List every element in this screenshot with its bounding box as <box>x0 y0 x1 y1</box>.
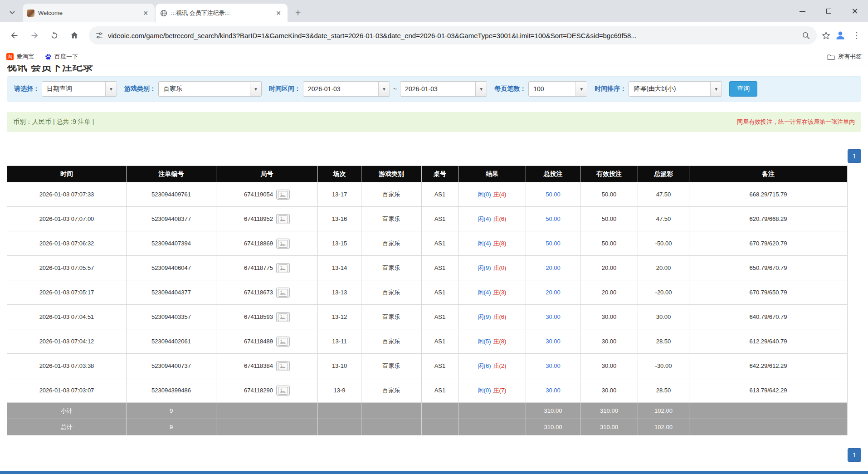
cell-result: 闲(9)庄(0) <box>458 256 526 280</box>
page-size-input[interactable] <box>529 85 575 93</box>
cell-table: AS1 <box>422 280 458 305</box>
game-type-select[interactable]: ▾ <box>158 81 262 97</box>
round-number: 674118869 <box>244 240 273 247</box>
forward-button[interactable] <box>26 27 43 44</box>
sort-input[interactable] <box>629 85 710 93</box>
round-video-icon[interactable] <box>276 312 290 322</box>
total-bet-link[interactable]: 50.00 <box>546 215 561 222</box>
cell-note: 668.29/715.79 <box>689 182 848 207</box>
browser-menu-button[interactable]: ⋮ <box>850 30 863 40</box>
cell-payout: 30.00 <box>638 305 689 329</box>
total-bet-link[interactable]: 30.00 <box>546 338 561 345</box>
all-bookmarks-button[interactable]: 所有书签 <box>827 53 862 61</box>
tab-welcome[interactable]: Welcome ✕ <box>23 4 155 22</box>
chevron-down-icon[interactable]: ▾ <box>475 82 487 96</box>
result-banker: 庄(0) <box>493 264 507 271</box>
round-video-icon[interactable] <box>276 239 290 249</box>
url-bar[interactable]: videoie.com/game/betrecord_search/kind3?… <box>89 26 817 44</box>
result-banker: 庄(6) <box>493 313 507 320</box>
maximize-icon <box>826 9 831 14</box>
round-number: 674118673 <box>244 289 273 296</box>
minimize-button[interactable] <box>789 0 815 22</box>
table-row: 2026-01-03 07:05:17 523094404377 6741186… <box>7 280 848 305</box>
pagination-page-1[interactable]: 1 <box>848 149 861 163</box>
tab-close-icon[interactable]: ✕ <box>141 9 150 18</box>
subtotal-total-bet: 310.00 <box>526 403 580 419</box>
chevron-down-icon[interactable]: ▾ <box>378 82 390 96</box>
cell-game-type: 百家乐 <box>361 256 422 280</box>
home-button[interactable] <box>66 27 83 44</box>
new-tab-button[interactable]: ＋ <box>291 5 305 19</box>
tab-bet-records[interactable]: :::视讯 会员下注纪录::: ✕ <box>156 4 288 22</box>
filter-label-date-range: 时间区间： <box>269 85 301 93</box>
round-video-icon[interactable] <box>276 263 290 273</box>
cell-valid-bet: 30.00 <box>580 305 638 329</box>
chevron-down-icon[interactable]: ▾ <box>105 82 117 96</box>
reload-button[interactable] <box>46 27 63 44</box>
cell-note: 613.79/642.29 <box>689 378 848 403</box>
header-time: 时间 <box>7 166 127 182</box>
page-title: 视讯 会员下注纪录 <box>7 65 868 72</box>
page-content: 视讯 会员下注纪录 请选择： ▾ 游戏类别： ▾ 时间区间： ▾ ~ ▾ 每页笔… <box>0 65 868 462</box>
total-bet-link[interactable]: 20.00 <box>546 264 561 271</box>
cell-result: 闲(6)庄(2) <box>458 354 526 378</box>
chevron-down-icon[interactable]: ▾ <box>710 82 722 96</box>
cell-time: 2026-01-03 07:04:12 <box>7 329 127 354</box>
profile-button[interactable] <box>833 28 848 43</box>
cell-valid-bet: 20.00 <box>580 280 638 305</box>
date-start-input[interactable] <box>303 85 378 93</box>
date-end-select[interactable]: ▾ <box>400 81 487 97</box>
maximize-button[interactable] <box>815 0 842 22</box>
site-settings-tune-icon[interactable] <box>95 31 103 39</box>
round-video-icon[interactable] <box>276 288 290 298</box>
date-end-input[interactable] <box>400 85 475 93</box>
zoom-button[interactable] <box>802 31 810 40</box>
bookmark-taobao[interactable]: 淘 爱淘宝 <box>6 53 34 61</box>
cell-game-type: 百家乐 <box>361 280 422 305</box>
cell-game-type: 百家乐 <box>361 231 422 256</box>
date-start-select[interactable]: ▾ <box>303 81 390 97</box>
chevron-down-icon[interactable]: ▾ <box>250 82 261 96</box>
sort-select[interactable]: ▾ <box>629 81 722 97</box>
total-bet-link[interactable]: 50.00 <box>546 240 561 247</box>
total-bet-link[interactable]: 30.00 <box>546 387 561 394</box>
result-banker: 庄(7) <box>493 387 507 394</box>
query-type-select[interactable]: ▾ <box>42 81 117 97</box>
table-row: 2026-01-03 07:04:51 523094403357 6741185… <box>7 305 848 329</box>
bookmark-star-button[interactable] <box>821 31 831 40</box>
cell-result: 闲(0)庄(4) <box>458 182 526 207</box>
query-type-input[interactable] <box>42 85 105 93</box>
cell-round: 674118775 <box>216 256 318 280</box>
cell-total-bet: 50.00 <box>526 207 580 231</box>
result-player: 闲(4) <box>478 215 491 222</box>
cell-result: 闲(5)庄(8) <box>458 329 526 354</box>
total-bet-link[interactable]: 50.00 <box>546 191 561 198</box>
back-button[interactable] <box>6 27 23 44</box>
round-video-icon[interactable] <box>276 337 290 347</box>
cell-bet-id: 523094409761 <box>127 182 216 207</box>
tab-search-button[interactable] <box>5 5 19 19</box>
round-video-icon[interactable] <box>276 386 290 396</box>
round-video-icon[interactable] <box>276 361 290 371</box>
close-button[interactable]: ✕ <box>842 0 868 22</box>
bookmark-baidu[interactable]: 百度一下 <box>45 53 78 61</box>
chevron-down-icon[interactable]: ▾ <box>575 82 587 96</box>
total-bet-link[interactable]: 30.00 <box>546 313 561 320</box>
search-button[interactable]: 查询 <box>729 81 757 97</box>
cell-total-bet: 30.00 <box>526 329 580 354</box>
total-bet-link[interactable]: 20.00 <box>546 289 561 296</box>
subtotal-payout: 102.00 <box>638 403 689 419</box>
total-bet-link[interactable]: 30.00 <box>546 362 561 369</box>
cell-total-bet: 20.00 <box>526 256 580 280</box>
game-type-input[interactable] <box>159 85 250 93</box>
total-count: 9 <box>127 419 216 435</box>
round-video-icon[interactable] <box>276 214 290 224</box>
pagination-top: 1 <box>7 149 861 163</box>
pagination-page-1[interactable]: 1 <box>848 448 861 462</box>
url-text[interactable]: videoie.com/game/betrecord_search/kind3?… <box>108 32 797 39</box>
tab-close-icon[interactable]: ✕ <box>274 9 283 18</box>
cell-round: 674118593 <box>216 305 318 329</box>
round-video-icon[interactable] <box>276 190 290 200</box>
cell-valid-bet: 20.00 <box>580 256 638 280</box>
page-size-select[interactable]: ▾ <box>528 81 587 97</box>
